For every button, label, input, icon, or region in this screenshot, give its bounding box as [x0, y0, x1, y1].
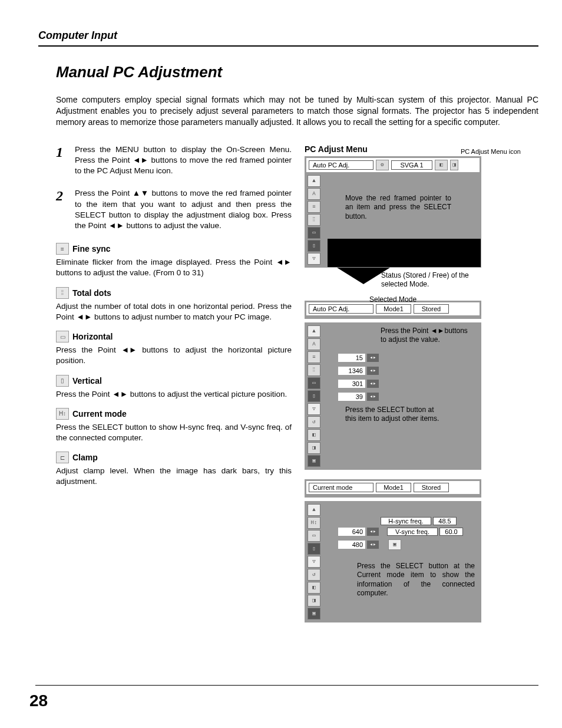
mode-bar-label: Auto PC Adj. — [309, 304, 373, 314]
m2-fine-sync-icon[interactable]: ≡ — [308, 351, 320, 363]
section-clamp: ⊏ Clamp Adjust clamp level. When the ima… — [56, 452, 292, 487]
clamp-icon: ⊏ — [56, 452, 69, 463]
caption-status: Status (Stored / Free) of the selected M… — [381, 271, 487, 289]
caption-press-select-current: Press the SELECT button at the Current m… — [357, 562, 475, 598]
m2-total-dots-icon[interactable]: ⦙⦙ — [308, 364, 320, 376]
exit-icon[interactable]: ▣ — [388, 539, 401, 550]
menu-1-tool-icon: ⚙ — [376, 160, 389, 170]
m3-current-mode-icon[interactable]: H↕ — [308, 517, 320, 529]
value-horizontal: 301 — [338, 380, 365, 388]
section-vertical: ▯ Vertical Press the Point ◄► buttons to… — [56, 375, 292, 400]
vsync-label: V-sync freq. — [387, 528, 438, 536]
adjust-arrows-4[interactable]: ◂▸ — [367, 393, 379, 401]
fine-sync-menu-icon[interactable]: ≡ — [308, 201, 320, 213]
footer-rule — [35, 685, 538, 686]
fine-sync-title: Fine sync — [72, 244, 111, 253]
adjust-arrows-3[interactable]: ◂▸ — [367, 380, 379, 388]
menu-1-svga-label: SVGA 1 — [391, 160, 432, 170]
total-dots-menu-icon[interactable]: ⦙⦙ — [308, 214, 320, 226]
adjust-arrows-h[interactable]: ◂▸ — [367, 541, 379, 549]
m3-icon-b[interactable]: ▭ — [308, 530, 320, 542]
nav-up-icon[interactable]: ▲ — [308, 175, 320, 187]
m3-icon-c[interactable]: ▯ — [308, 543, 320, 555]
left-column: 1 Press the MENU button to display the O… — [56, 144, 292, 622]
m3-icon-f[interactable]: ◨ — [308, 595, 320, 607]
fine-sync-icon: ≡ — [56, 243, 69, 255]
adjust-arrows-1[interactable]: ◂▸ — [367, 354, 379, 362]
clamp-title: Clamp — [72, 453, 98, 462]
page-number: 28 — [29, 691, 48, 710]
total-dots-text: Adjust the number of total dots in one h… — [56, 301, 292, 322]
m2-icon-c[interactable]: ◨ — [308, 442, 320, 454]
menu-1-item-label: Auto PC Adj. — [309, 160, 373, 170]
current-mode-bar: Current mode Mode1 Stored — [305, 479, 481, 498]
adjust-arrows-w[interactable]: ◂▸ — [367, 528, 379, 536]
intro-paragraph: Some computers employ special signal for… — [56, 94, 538, 128]
current-bar-status: Stored — [414, 483, 449, 492]
m2-icon-a[interactable]: ↺ — [308, 416, 320, 428]
total-dots-icon: ⦙⦙ — [56, 287, 69, 299]
m2-vertical-icon[interactable]: ▯ — [308, 390, 320, 402]
m3-nav-up-icon[interactable]: ▲ — [308, 504, 320, 516]
step-2-text: Press the Point ▲▼ buttons to move the r… — [75, 188, 292, 231]
current-mode-title: Current mode — [72, 409, 127, 419]
section-current-mode: H↕ Current mode Press the SELECT button … — [56, 408, 292, 443]
caption-press-select-other: Press the SELECT button at this item to … — [345, 406, 445, 424]
m2-icon-d[interactable]: ▣ — [308, 455, 320, 467]
vertical-menu-icon[interactable]: ▯ — [308, 240, 320, 252]
m2-nav-up-icon[interactable]: ▲ — [308, 325, 320, 337]
pc-adjust-icon-label: PC Adjust Menu icon — [461, 148, 521, 155]
dark-arrow-body — [328, 239, 481, 267]
figure-column: PC Adjust Menu PC Adjust Menu icon Auto … — [305, 144, 538, 622]
m3-icon-e[interactable]: ◧ — [308, 582, 320, 594]
m2-nav-down-icon[interactable]: ▽ — [308, 403, 320, 415]
caption-move-pointer: Move the red framed pointer to an item a… — [345, 194, 451, 222]
m2-horizontal-icon[interactable]: ▭ — [308, 377, 320, 389]
current-mode-text: Press the SELECT button to show H-sync f… — [56, 422, 292, 443]
vertical-icon: ▯ — [56, 375, 69, 387]
m3-nav-down-icon[interactable]: ▽ — [308, 556, 320, 568]
section-header: Computer Input — [38, 29, 538, 42]
nav-down-icon[interactable]: ▽ — [308, 253, 320, 265]
step-2: 2 Press the Point ▲▼ buttons to move the… — [56, 188, 292, 231]
menu-3-icon-column: ▲ H↕ ▭ ▯ ▽ ↺ ◧ ◨ ▣ — [306, 503, 322, 621]
vsync-value: 60.0 — [439, 528, 463, 536]
pc-adjust-menu-title: PC Adjust Menu — [305, 144, 368, 154]
m3-icon-g[interactable]: ▣ — [308, 608, 320, 620]
section-total-dots: ⦙⦙ Total dots Adjust the number of total… — [56, 287, 292, 322]
menu-1-topbar: Auto PC Adj. ⚙ SVGA 1 ◧ ◨ — [306, 158, 480, 174]
mode-bar-mode: Mode1 — [376, 304, 411, 314]
menu-2-icon-column: ▲ A ≡ ⦙⦙ ▭ ▯ ▽ ↺ ◧ ◨ ▣ — [306, 324, 322, 468]
m2-auto-icon[interactable]: A — [308, 338, 320, 350]
menu-1-icon-b: ◨ — [450, 160, 458, 170]
current-mode-icon: H↕ — [56, 408, 69, 420]
total-dots-title: Total dots — [72, 288, 111, 298]
m2-icon-b[interactable]: ◧ — [308, 429, 320, 441]
vertical-text: Press the Point ◄► buttons to adjust the… — [56, 389, 292, 400]
value-height: 480 — [338, 541, 365, 549]
hsync-value: 48.5 — [433, 517, 457, 525]
horizontal-icon: ▭ — [56, 331, 69, 342]
horizontal-menu-icon[interactable]: ▭ — [308, 227, 320, 239]
header-rule — [38, 45, 538, 47]
page-title: Manual PC Adjustment — [56, 63, 538, 81]
current-bar-mode: Mode1 — [376, 483, 411, 492]
value-total-dots: 1346 — [338, 367, 365, 375]
menu-block-1: Auto PC Adj. ⚙ SVGA 1 ◧ ◨ ▲ A ≡ ⦙⦙ ▭ ▯ ▽… — [305, 156, 481, 268]
m3-icon-d[interactable]: ↺ — [308, 569, 320, 581]
step-2-number: 2 — [56, 188, 67, 231]
section-horizontal: ▭ Horizontal Press the Point ◄► buttons … — [56, 331, 292, 366]
step-1: 1 Press the MENU button to display the O… — [56, 144, 292, 177]
menu-block-3: ▲ H↕ ▭ ▯ ▽ ↺ ◧ ◨ ▣ H-sync freq. 48.5 — [305, 501, 481, 622]
adjust-arrows-2[interactable]: ◂▸ — [367, 367, 379, 375]
horizontal-title: Horizontal — [72, 332, 113, 341]
caption-selected-mode: Selected Mode — [369, 295, 416, 305]
vertical-title: Vertical — [72, 376, 102, 386]
menu-1-icon-a: ◧ — [435, 160, 448, 170]
caption-press-point: Press the Point ◄►buttons to adjust the … — [381, 327, 475, 345]
clamp-text: Adjust clamp level. When the image has d… — [56, 466, 292, 487]
value-width: 640 — [338, 528, 365, 536]
hsync-label: H-sync freq. — [381, 517, 431, 525]
menu-block-2: ▲ A ≡ ⦙⦙ ▭ ▯ ▽ ↺ ◧ ◨ ▣ Press the Point ◄… — [305, 322, 481, 470]
auto-adj-icon[interactable]: A — [308, 188, 320, 200]
